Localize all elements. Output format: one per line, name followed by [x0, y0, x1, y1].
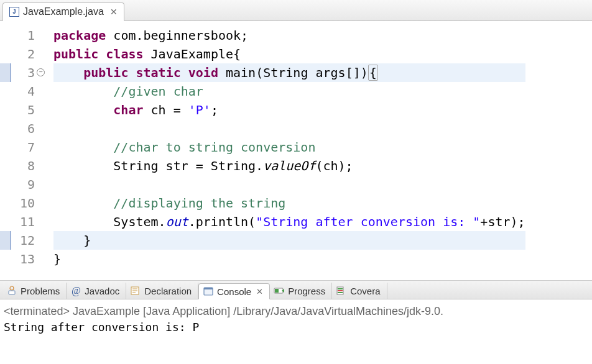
code-line: //given char — [53, 82, 525, 101]
svg-rect-8 — [338, 288, 343, 289]
code-line: public static void main(String args[]){ — [53, 63, 525, 82]
tab-declaration[interactable]: Declaration — [126, 283, 198, 299]
console-icon — [203, 286, 214, 297]
marker-column — [0, 26, 11, 268]
svg-rect-10 — [338, 292, 343, 293]
code-line — [53, 119, 525, 138]
svg-point-0 — [10, 286, 14, 290]
code-area[interactable]: 1 2 3− 4 5 6 7 8 9 10 11 12 13 package c… — [0, 21, 592, 268]
console-process-line: <terminated> JavaExample [Java Applicati… — [4, 303, 588, 319]
code-line: } — [53, 250, 525, 268]
code-line: //displaying the string — [53, 194, 525, 212]
progress-icon — [274, 285, 285, 296]
editor-area: J JavaExample.java ✕ 1 2 3− 4 5 6 — [0, 0, 592, 281]
bottom-panel: Problems @ Javadoc Declaration Console ✕… — [0, 281, 592, 364]
declaration-icon — [130, 285, 141, 296]
java-file-icon: J — [9, 7, 19, 17]
console-output-line: String after conversion is: P — [4, 319, 588, 335]
tab-problems[interactable]: Problems — [2, 283, 67, 299]
tab-javadoc[interactable]: @ Javadoc — [67, 283, 126, 299]
svg-rect-1 — [9, 291, 15, 294]
code-line: package com.beginnersbook; — [53, 26, 525, 45]
close-icon[interactable]: ✕ — [256, 287, 263, 296]
line-number-gutter: 1 2 3− 4 5 6 7 8 9 10 11 12 13 — [11, 26, 40, 268]
code-line: char ch = 'P'; — [53, 101, 525, 119]
svg-rect-6 — [275, 289, 279, 293]
code-line: System.out.println("String after convers… — [53, 212, 525, 231]
editor-tab-label: JavaExample.java — [23, 6, 104, 17]
code-line: //char to string conversion — [53, 138, 525, 157]
code-content[interactable]: package com.beginnersbook; public class … — [40, 26, 525, 268]
tab-coverage[interactable]: Covera — [332, 283, 387, 299]
problems-icon — [6, 285, 17, 296]
code-line: } — [53, 231, 525, 250]
svg-rect-9 — [338, 290, 343, 291]
svg-rect-4 — [204, 288, 213, 289]
javadoc-icon: @ — [70, 285, 81, 296]
code-line: public class JavaExample{ — [53, 45, 525, 63]
view-tab-bar: Problems @ Javadoc Declaration Console ✕… — [0, 281, 592, 299]
coverage-icon — [336, 285, 347, 296]
fold-icon[interactable]: − — [37, 68, 45, 76]
editor-tab-bar: J JavaExample.java ✕ — [0, 0, 592, 21]
code-line — [53, 175, 525, 194]
tab-console[interactable]: Console ✕ — [198, 283, 270, 299]
console-body[interactable]: <terminated> JavaExample [Java Applicati… — [0, 299, 592, 339]
code-line: String str = String.valueOf(ch); — [53, 157, 525, 175]
close-icon[interactable]: ✕ — [110, 7, 118, 17]
tab-progress[interactable]: Progress — [270, 283, 332, 299]
editor-tab-javaexample[interactable]: J JavaExample.java ✕ — [2, 2, 124, 21]
